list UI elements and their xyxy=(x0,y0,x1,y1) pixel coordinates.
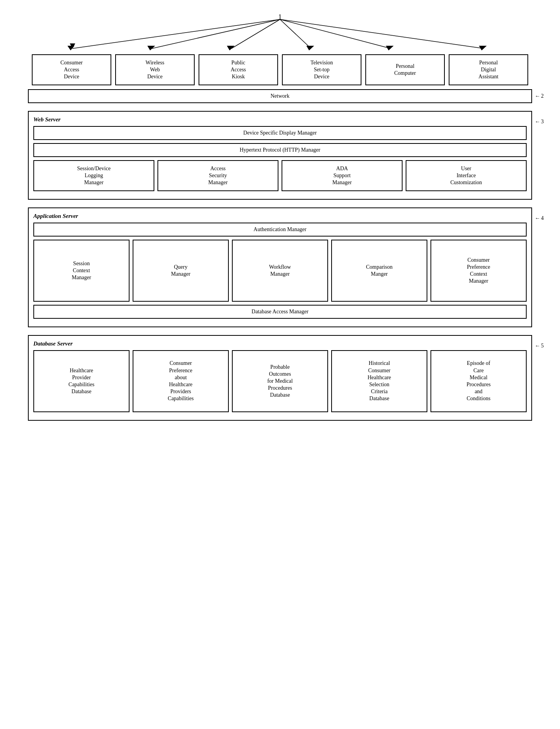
probable-outcomes-db: ProbableOutcomesfor MedicalProceduresDat… xyxy=(232,350,328,412)
network-number: ← 2 xyxy=(535,93,544,99)
http-manager: Hypertext Protocol (HTTP) Manager xyxy=(33,143,527,157)
hub-area: 1 xyxy=(28,12,532,54)
hub-arrows-svg: 1 xyxy=(28,12,532,54)
svg-marker-11 xyxy=(386,46,394,50)
arrow-left-icon-4: ← xyxy=(535,343,540,349)
comparison-manager: ComparisonManger xyxy=(331,240,427,302)
consumer-preference-about-healthcare: ConsumerPreferenceaboutHealthcareProvide… xyxy=(133,350,229,412)
web-server-label: Web Server xyxy=(33,116,527,123)
database-server-section: Database Server HealthcareProviderCapabi… xyxy=(28,335,532,421)
ada-support-manager: ADASupportManager xyxy=(282,160,403,191)
public-access-kiosk: PublicAccessKiosk xyxy=(199,54,278,85)
database-access-manager: Database Access Manager xyxy=(33,305,527,319)
main-diagram: 1 xyxy=(28,8,532,421)
arrow-left-icon-3: ← xyxy=(535,215,540,221)
network-bar: Network xyxy=(28,89,532,103)
svg-line-4 xyxy=(152,19,280,48)
db-server-components: HealthcareProviderCapabilitiesDatabase C… xyxy=(33,350,527,412)
consumer-preference-context-manager: ConsumerPreferenceContextManager xyxy=(430,240,527,302)
web-server-section: Web Server Device Specific Display Manag… xyxy=(28,111,532,200)
database-server-label: Database Server xyxy=(33,340,527,347)
svg-line-10 xyxy=(280,19,391,48)
healthcare-provider-capabilities-db: HealthcareProviderCapabilitiesDatabase xyxy=(33,350,130,412)
svg-line-6 xyxy=(232,19,280,48)
episode-of-care-db: Episode ofCareMedicalProceduresandCondit… xyxy=(430,350,527,412)
historical-consumer-healthcare-db: HistoricalConsumerHealthcareSelectionCri… xyxy=(331,350,427,412)
application-server-section: Application Server Authentication Manage… xyxy=(28,207,532,327)
personal-computer: PersonalComputer xyxy=(365,54,445,85)
svg-marker-9 xyxy=(306,46,314,50)
svg-marker-7 xyxy=(227,46,235,50)
device-specific-display-manager: Device Specific Display Manager xyxy=(33,126,527,140)
session-context-manager: SessionContextManager xyxy=(33,240,130,302)
arrow-left-icon-2: ← xyxy=(535,119,540,125)
session-device-logging: Session/DeviceLoggingManager xyxy=(33,160,154,191)
svg-line-12 xyxy=(280,19,484,48)
authentication-manager: Authentication Manager xyxy=(33,223,527,237)
user-interface-customization: UserInterfaceCustomization xyxy=(406,160,527,191)
query-manager: QueryManager xyxy=(133,240,229,302)
application-server-label: Application Server xyxy=(33,213,527,219)
access-security-manager: AccessSecurityManager xyxy=(157,160,278,191)
web-server-number: ← 3 xyxy=(535,119,544,125)
web-server-components: Session/DeviceLoggingManager AccessSecur… xyxy=(33,160,527,191)
television-set-top: TelevisionSet-topDevice xyxy=(282,54,361,85)
svg-line-1 xyxy=(73,19,280,48)
app-server-number: ← 4 xyxy=(535,215,544,221)
devices-row: ConsumerAccessDevice WirelessWebDevice P… xyxy=(28,54,532,85)
consumer-access-device: ConsumerAccessDevice xyxy=(32,54,111,85)
wireless-web-device: WirelessWebDevice xyxy=(115,54,195,85)
arrow-left-icon: ← xyxy=(535,93,540,99)
network-label: Network xyxy=(271,93,290,99)
app-server-components: SessionContextManager QueryManager Workf… xyxy=(33,240,527,302)
personal-digital-assistant: PersonalDigitalAssistant xyxy=(449,54,528,85)
db-server-number: ← 5 xyxy=(535,343,544,349)
workflow-manager: WorkflowManager xyxy=(232,240,328,302)
